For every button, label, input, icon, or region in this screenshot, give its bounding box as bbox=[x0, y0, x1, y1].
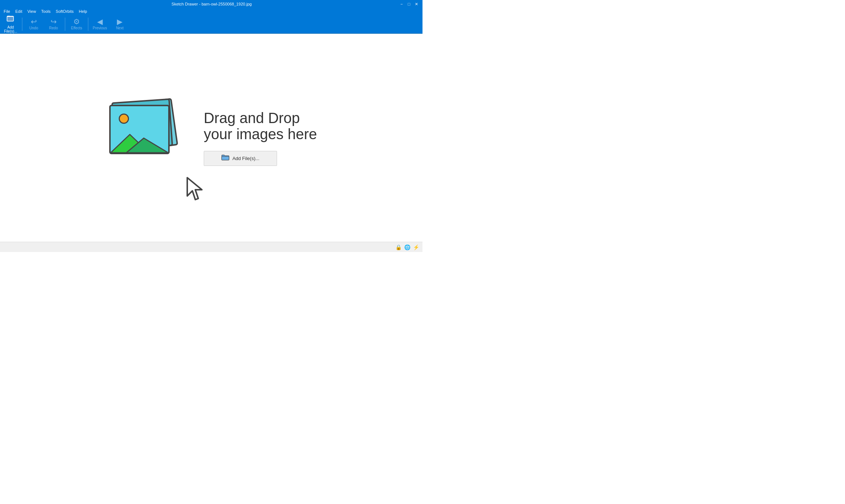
next-button[interactable]: ▶ Next bbox=[111, 16, 129, 33]
minimize-button[interactable]: − bbox=[398, 1, 405, 7]
close-button[interactable]: ✕ bbox=[413, 1, 420, 7]
status-icon-2[interactable]: 🌐 bbox=[403, 244, 411, 251]
mountains-decoration bbox=[111, 129, 168, 153]
undo-button[interactable]: ↩ Undo bbox=[25, 16, 43, 33]
image-frame-front bbox=[109, 105, 170, 154]
menu-edit[interactable]: Edit bbox=[13, 8, 25, 14]
redo-icon: ↪ bbox=[51, 18, 57, 25]
toolbar-separator-1 bbox=[22, 18, 22, 31]
drop-text-area: Drag and Drop your images here Add File(… bbox=[204, 110, 317, 166]
menu-softorbits[interactable]: SoftOrbits bbox=[53, 8, 76, 14]
next-icon: ▶ bbox=[117, 18, 122, 25]
add-files-toolbar-label: AddFile(s)... bbox=[4, 25, 17, 33]
window-controls: − □ ✕ bbox=[398, 1, 420, 7]
effects-button[interactable]: ⚙ Effects bbox=[67, 16, 86, 33]
add-files-button-label: Add File(s)... bbox=[232, 156, 259, 161]
svg-rect-2 bbox=[7, 16, 10, 17]
undo-label: Undo bbox=[29, 26, 38, 30]
svg-marker-5 bbox=[187, 178, 202, 200]
add-files-toolbar-button[interactable]: AddFile(s)... bbox=[1, 16, 20, 33]
toolbar: AddFile(s)... ↩ Undo ↪ Redo ⚙ Effects ◀ … bbox=[0, 15, 422, 34]
previous-button[interactable]: ◀ Previous bbox=[91, 16, 109, 33]
sun-decoration bbox=[119, 114, 129, 124]
drag-drop-title: Drag and Drop your images here bbox=[204, 110, 317, 142]
add-files-icon bbox=[6, 15, 15, 25]
menu-tools[interactable]: Tools bbox=[39, 8, 53, 14]
svg-rect-6 bbox=[222, 156, 229, 160]
toolbar-separator-2 bbox=[65, 18, 65, 31]
redo-label: Redo bbox=[49, 26, 58, 30]
status-icons: 🔒 🌐 ⚡ bbox=[395, 244, 420, 251]
status-bar: 🔒 🌐 ⚡ bbox=[0, 242, 422, 252]
status-icon-1[interactable]: 🔒 bbox=[395, 244, 402, 251]
menu-file[interactable]: File bbox=[1, 8, 12, 14]
next-label: Next bbox=[116, 26, 124, 30]
previous-label: Previous bbox=[93, 26, 107, 30]
menu-help[interactable]: Help bbox=[77, 8, 89, 14]
window-title: Sketch Drawer - barn-owl-2550068_1920.jp… bbox=[25, 2, 398, 6]
menu-view[interactable]: View bbox=[25, 8, 38, 14]
main-content: Drag and Drop your images here Add File(… bbox=[0, 34, 422, 242]
menu-bar: File Edit View Tools SoftOrbits Help bbox=[0, 8, 422, 15]
effects-icon: ⚙ bbox=[73, 18, 80, 25]
undo-icon: ↩ bbox=[31, 18, 37, 25]
drag-drop-illustration bbox=[106, 97, 186, 178]
drop-zone: Drag and Drop your images here Add File(… bbox=[106, 97, 317, 178]
folder-icon bbox=[221, 154, 229, 163]
previous-icon: ◀ bbox=[97, 18, 103, 25]
svg-rect-1 bbox=[7, 17, 13, 21]
title-bar: Sketch Drawer - barn-owl-2550068_1920.jp… bbox=[0, 0, 422, 8]
add-files-button[interactable]: Add File(s)... bbox=[204, 151, 277, 166]
effects-label: Effects bbox=[71, 26, 82, 30]
status-icon-3[interactable]: ⚡ bbox=[412, 244, 420, 251]
maximize-button[interactable]: □ bbox=[406, 1, 412, 7]
toolbar-separator-3 bbox=[88, 18, 88, 31]
redo-button[interactable]: ↪ Redo bbox=[44, 16, 63, 33]
